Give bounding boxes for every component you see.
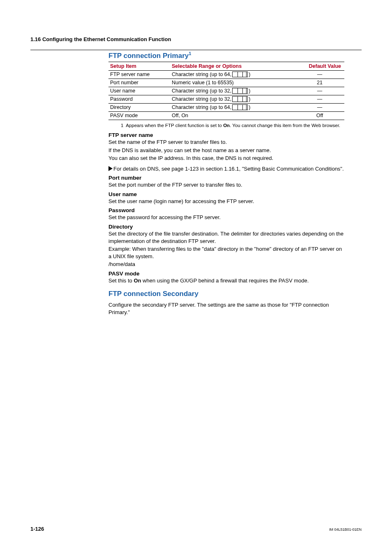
cell-default: ― xyxy=(295,87,344,95)
table-row: FTP server nameCharacter string (up to 6… xyxy=(108,70,344,79)
cell-setup-item: Directory xyxy=(108,103,170,111)
xref-text: For details on DNS, see page 1-123 in se… xyxy=(113,165,344,173)
footnote-bold: On xyxy=(223,123,230,128)
range-suffix: ) xyxy=(249,96,250,102)
cell-setup-item: Port number xyxy=(108,79,170,87)
cell-setup-item: User name xyxy=(108,87,170,95)
range-suffix: ) xyxy=(249,88,250,94)
cell-setup-item: PASV mode xyxy=(108,111,170,120)
range-suffix: ) xyxy=(249,72,250,77)
range-prefix: Character string (up to 32, xyxy=(172,88,231,94)
desc-paragraph: If the DNS is available, you can set the… xyxy=(108,147,344,154)
cell-default: Off xyxy=(295,111,344,120)
desc-paragraph: Set this to On when using the GX/GP behi… xyxy=(108,277,344,284)
cell-default: ― xyxy=(295,70,344,79)
desc-paragraph: Set the directory of the file transfer d… xyxy=(108,230,344,245)
keyboard-icon xyxy=(232,104,248,110)
cross-reference: For details on DNS, see page 1-123 in se… xyxy=(108,165,344,173)
heading-primary-sup: 1 xyxy=(189,51,191,56)
footnote-text-b: . You cannot change this item from the W… xyxy=(230,123,340,128)
svg-marker-0 xyxy=(108,166,113,171)
table-row: DirectoryCharacter string (up to 64,)― xyxy=(108,103,344,111)
page-number: 1-126 xyxy=(30,526,44,532)
cell-default: ― xyxy=(295,95,344,103)
th-default: Default Value xyxy=(295,62,344,70)
cell-range: Character string (up to 32,) xyxy=(170,95,295,103)
cell-range: Off, On xyxy=(170,111,295,120)
table-row: PasswordCharacter string (up to 32,)― xyxy=(108,95,344,103)
table-row: User nameCharacter string (up to 32, )― xyxy=(108,87,344,95)
heading-secondary: FTP connection Secondary xyxy=(108,290,344,298)
cell-setup-item: FTP server name xyxy=(108,70,170,79)
cell-default: 21 xyxy=(295,79,344,87)
heading-primary-text: FTP connection Primary xyxy=(108,52,189,60)
cell-range: Numeric value (1 to 65535) xyxy=(170,79,295,87)
cell-range: Character string (up to 64,) xyxy=(170,103,295,111)
footnote-num: 1 xyxy=(121,123,123,128)
desc-heading: User name xyxy=(108,191,344,197)
arrow-right-icon xyxy=(108,166,113,171)
footnote-text-a: Appears when the FTP client function is … xyxy=(126,123,223,128)
cell-default: ― xyxy=(295,103,344,111)
desc-paragraph: Set the password for accessing the FTP s… xyxy=(108,214,344,221)
text-bold: On xyxy=(134,278,141,284)
desc-paragraph: Set the port number of the FTP server to… xyxy=(108,181,344,189)
range-prefix: Character string (up to 64, xyxy=(172,72,231,77)
section-rule xyxy=(30,50,362,50)
desc-paragraph: Set the name of the FTP server to transf… xyxy=(108,139,344,146)
desc-heading: Port number xyxy=(108,175,344,181)
table-row: Port numberNumeric value (1 to 65535)21 xyxy=(108,79,344,87)
doc-code: IM 04L51B01-01EN xyxy=(329,527,362,532)
th-item: Setup Item xyxy=(108,62,170,70)
secondary-para: Configure the secondary FTP server. The … xyxy=(108,301,344,316)
desc-paragraph: Set the user name (login name) for acces… xyxy=(108,198,344,205)
desc-heading: FTP server name xyxy=(108,132,344,138)
text-run: when using the GX/GP behind a firewall t… xyxy=(141,278,309,284)
footnote-1: 1 Appears when the FTP client function i… xyxy=(121,123,344,129)
text-run: Set this to xyxy=(108,278,134,284)
desc-heading: PASV mode xyxy=(108,271,344,277)
setup-table-primary: Setup Item Selectable Range or Options D… xyxy=(108,62,344,120)
cell-range: Character string (up to 64,) xyxy=(170,70,295,79)
table-row: PASV modeOff, OnOff xyxy=(108,111,344,120)
th-range: Selectable Range or Options xyxy=(170,62,295,70)
desc-paragraph: You can also set the IP address. In this… xyxy=(108,155,344,162)
cell-setup-item: Password xyxy=(108,95,170,103)
page-footer: 1-126 IM 04L51B01-01EN xyxy=(30,526,362,532)
range-suffix: ) xyxy=(249,104,250,110)
desc-paragraph: /home/data xyxy=(108,261,344,268)
keyboard-icon xyxy=(232,96,248,102)
keyboard-icon xyxy=(232,88,248,94)
keyboard-icon xyxy=(232,72,248,77)
section-header: 1.16 Configuring the Ethernet Communicat… xyxy=(30,36,362,42)
cell-range: Character string (up to 32, ) xyxy=(170,87,295,95)
range-prefix: Character string (up to 64, xyxy=(172,104,231,110)
heading-primary: FTP connection Primary1 xyxy=(108,51,344,60)
desc-paragraph: Example: When transferring files to the … xyxy=(108,245,344,260)
desc-heading: Password xyxy=(108,207,344,213)
desc-heading: Directory xyxy=(108,224,344,230)
range-prefix: Character string (up to 32, xyxy=(172,96,231,102)
